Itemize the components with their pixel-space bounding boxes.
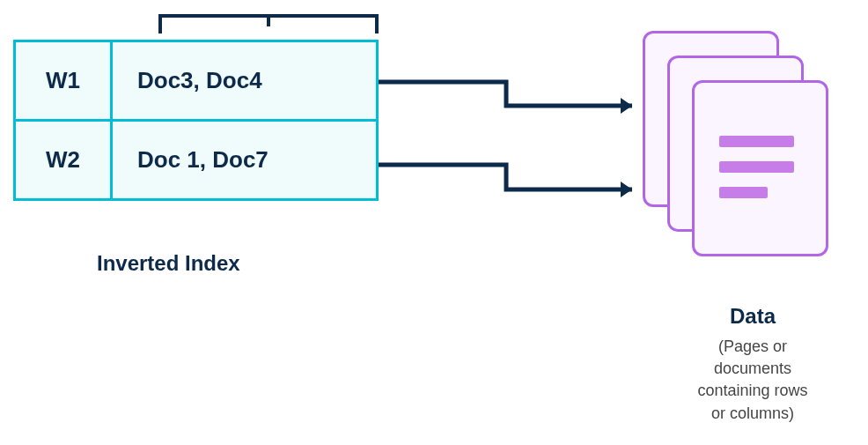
- document-page-icon: [692, 80, 828, 256]
- data-title: Data: [682, 304, 823, 329]
- document-lines-icon: [719, 136, 798, 212]
- table-bracket: [158, 9, 379, 35]
- index-key-cell: W1: [15, 41, 112, 121]
- inverted-index-table: W1 Doc3, Doc4 W2 Doc 1, Doc7: [13, 40, 379, 201]
- diagram-container: W1 Doc3, Doc4 W2 Doc 1, Doc7 Inverted In…: [0, 0, 868, 445]
- data-label-group: Data (Pages or documents containing rows…: [682, 304, 823, 425]
- index-docs-cell: Doc3, Doc4: [112, 41, 378, 121]
- index-key-cell: W2: [15, 121, 112, 200]
- table-row: W2 Doc 1, Doc7: [15, 121, 378, 200]
- doc-content-line: [719, 187, 768, 198]
- data-subtitle: (Pages or documents containing rows or c…: [682, 336, 823, 425]
- index-docs-cell: Doc 1, Doc7: [112, 121, 378, 200]
- table-row: W1 Doc3, Doc4: [15, 41, 378, 121]
- doc-content-line: [719, 136, 794, 147]
- arrows-container: [379, 40, 651, 234]
- documents-stack: [643, 31, 828, 269]
- doc-content-line: [719, 161, 794, 173]
- inverted-index-label: Inverted Index: [97, 251, 240, 276]
